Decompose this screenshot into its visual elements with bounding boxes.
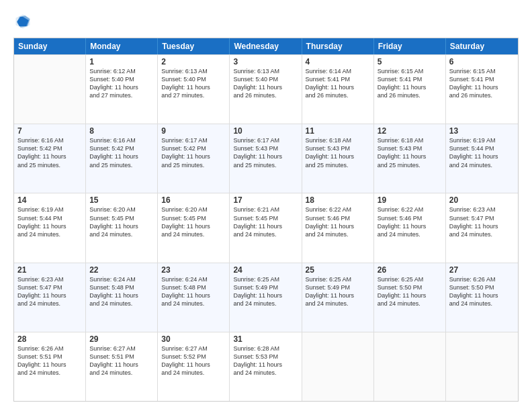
cell-info-line: Daylight: 11 hours: [306, 291, 370, 300]
cell-info-line: Daylight: 11 hours: [89, 83, 154, 91]
calendar-cell-r4-c1: 29Sunrise: 6:27 AMSunset: 5:51 PMDayligh…: [86, 332, 158, 401]
cell-info-line: and 24 minutes.: [17, 300, 82, 308]
cell-info-line: and 25 minutes.: [306, 161, 370, 169]
day-number: 7: [17, 126, 82, 136]
cell-info-line: Sunset: 5:48 PM: [161, 283, 226, 291]
cell-info-line: Sunrise: 6:25 AM: [233, 275, 298, 283]
cell-info-line: Sunset: 5:43 PM: [233, 144, 298, 152]
cell-info-line: and 24 minutes.: [306, 230, 370, 238]
cell-info-line: and 24 minutes.: [233, 230, 298, 238]
cell-info-line: Sunset: 5:40 PM: [89, 75, 154, 83]
cell-info-line: Sunrise: 6:19 AM: [449, 136, 515, 144]
cell-info-line: Sunset: 5:50 PM: [449, 283, 515, 291]
cell-info-line: Sunrise: 6:22 AM: [306, 205, 370, 214]
cell-info-line: Daylight: 11 hours: [89, 291, 154, 300]
cell-info-line: Sunset: 5:41 PM: [378, 75, 442, 83]
cell-info-line: Sunset: 5:46 PM: [378, 214, 442, 222]
cell-info-line: Daylight: 11 hours: [233, 361, 298, 369]
cell-info-line: Daylight: 11 hours: [161, 361, 226, 369]
cell-info-line: Daylight: 11 hours: [161, 152, 226, 161]
cell-info-line: Daylight: 11 hours: [449, 152, 515, 161]
cell-info-line: and 24 minutes.: [17, 230, 82, 238]
cell-info-line: Sunrise: 6:26 AM: [17, 345, 82, 353]
day-number: 6: [449, 57, 515, 66]
calendar-cell-r4-c5: [374, 332, 446, 401]
cell-info-line: Sunrise: 6:21 AM: [233, 205, 298, 214]
calendar-cell-r2-c0: 14Sunrise: 6:19 AMSunset: 5:44 PMDayligh…: [14, 193, 86, 262]
calendar-cell-r2-c1: 15Sunrise: 6:20 AMSunset: 5:45 PMDayligh…: [86, 193, 158, 262]
page: SundayMondayTuesdayWednesdayThursdayFrid…: [0, 0, 532, 411]
calendar-cell-r4-c4: [302, 332, 374, 401]
cell-info-line: Sunrise: 6:18 AM: [306, 136, 370, 144]
day-number: 9: [161, 126, 226, 136]
cell-info-line: Daylight: 11 hours: [17, 361, 82, 369]
cell-info-line: and 27 minutes.: [161, 91, 226, 99]
cell-info-line: Daylight: 11 hours: [161, 291, 226, 300]
day-number: 23: [161, 265, 226, 275]
header-cell-thursday: Thursday: [302, 38, 374, 54]
calendar-cell-r0-c2: 2Sunrise: 6:13 AMSunset: 5:40 PMDaylight…: [158, 55, 230, 124]
cell-info-line: Daylight: 11 hours: [378, 152, 442, 161]
cell-info-line: and 24 minutes.: [161, 230, 226, 238]
cell-info-line: Sunset: 5:51 PM: [17, 353, 82, 361]
cell-info-line: and 26 minutes.: [378, 91, 442, 99]
cell-info-line: Sunrise: 6:25 AM: [306, 275, 370, 283]
cell-info-line: Sunrise: 6:25 AM: [378, 275, 442, 283]
cell-info-line: Daylight: 11 hours: [378, 222, 442, 230]
calendar-cell-r2-c5: 19Sunrise: 6:22 AMSunset: 5:46 PMDayligh…: [374, 193, 446, 262]
cell-info-line: Daylight: 11 hours: [17, 152, 82, 161]
day-number: 3: [233, 57, 298, 66]
calendar-cell-r2-c6: 20Sunrise: 6:23 AMSunset: 5:47 PMDayligh…: [446, 193, 518, 262]
cell-info-line: Sunset: 5:47 PM: [449, 214, 515, 222]
cell-info-line: Sunset: 5:42 PM: [161, 144, 226, 152]
day-number: 28: [17, 334, 82, 344]
calendar-cell-r1-c1: 8Sunrise: 6:16 AMSunset: 5:42 PMDaylight…: [86, 124, 158, 193]
cell-info-line: and 24 minutes.: [233, 369, 298, 377]
calendar-cell-r1-c3: 10Sunrise: 6:17 AMSunset: 5:43 PMDayligh…: [230, 124, 302, 193]
day-number: 21: [17, 265, 82, 275]
cell-info-line: Sunset: 5:47 PM: [17, 283, 82, 291]
cell-info-line: and 26 minutes.: [233, 91, 298, 99]
cell-info-line: Daylight: 11 hours: [161, 83, 226, 91]
calendar-cell-r0-c1: 1Sunrise: 6:12 AMSunset: 5:40 PMDaylight…: [86, 55, 158, 124]
day-number: 22: [89, 265, 154, 275]
day-number: 18: [306, 195, 370, 205]
header-cell-saturday: Saturday: [446, 38, 518, 54]
cell-info-line: and 26 minutes.: [306, 91, 370, 99]
calendar-cell-r3-c2: 23Sunrise: 6:24 AMSunset: 5:48 PMDayligh…: [158, 263, 230, 332]
cell-info-line: Sunset: 5:51 PM: [89, 353, 154, 361]
cell-info-line: Sunset: 5:42 PM: [17, 144, 82, 152]
cell-info-line: Daylight: 11 hours: [306, 152, 370, 161]
calendar-cell-r4-c6: [446, 332, 518, 401]
day-number: 15: [89, 195, 154, 205]
day-number: 25: [306, 265, 370, 275]
calendar-cell-r2-c2: 16Sunrise: 6:20 AMSunset: 5:45 PMDayligh…: [158, 193, 230, 262]
cell-info-line: and 25 minutes.: [17, 161, 82, 169]
cell-info-line: Daylight: 11 hours: [89, 222, 154, 230]
header: [13, 12, 519, 31]
cell-info-line: Daylight: 11 hours: [17, 291, 82, 300]
header-cell-wednesday: Wednesday: [230, 38, 302, 54]
cell-info-line: and 25 minutes.: [161, 161, 226, 169]
cell-info-line: Sunset: 5:49 PM: [233, 283, 298, 291]
cell-info-line: Sunrise: 6:20 AM: [89, 205, 154, 214]
header-cell-friday: Friday: [374, 38, 446, 54]
day-number: 31: [233, 334, 298, 344]
cell-info-line: and 24 minutes.: [378, 300, 442, 308]
cell-info-line: Sunrise: 6:17 AM: [233, 136, 298, 144]
day-number: 8: [89, 126, 154, 136]
calendar-row-4: 28Sunrise: 6:26 AMSunset: 5:51 PMDayligh…: [14, 332, 518, 401]
calendar-cell-r4-c3: 31Sunrise: 6:28 AMSunset: 5:53 PMDayligh…: [230, 332, 302, 401]
cell-info-line: Daylight: 11 hours: [17, 222, 82, 230]
calendar-cell-r1-c5: 12Sunrise: 6:18 AMSunset: 5:43 PMDayligh…: [374, 124, 446, 193]
cell-info-line: Sunrise: 6:27 AM: [89, 345, 154, 353]
cell-info-line: Sunrise: 6:28 AM: [233, 345, 298, 353]
cell-info-line: Sunrise: 6:27 AM: [161, 345, 226, 353]
day-number: 19: [378, 195, 442, 205]
cell-info-line: Sunrise: 6:23 AM: [17, 275, 82, 283]
calendar-cell-r3-c4: 25Sunrise: 6:25 AMSunset: 5:49 PMDayligh…: [302, 263, 374, 332]
cell-info-line: Daylight: 11 hours: [233, 83, 298, 91]
day-number: 11: [306, 126, 370, 136]
day-number: 5: [378, 57, 442, 66]
cell-info-line: Daylight: 11 hours: [233, 222, 298, 230]
